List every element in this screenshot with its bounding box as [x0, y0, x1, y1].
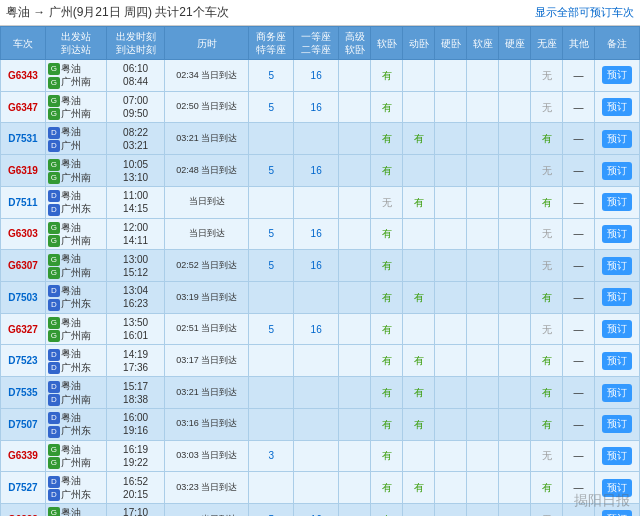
seat-qt: — [563, 91, 595, 123]
seat-tz [249, 282, 294, 314]
seat-yz [499, 186, 531, 218]
book-button[interactable]: 预订 [602, 162, 632, 180]
table-row: D7531 D粤油 D广州 08:2203:21 03:21 当日到达 有 有 … [1, 123, 640, 155]
book-button[interactable]: 预订 [602, 352, 632, 370]
seat-yw [435, 60, 467, 92]
seat-yw [435, 377, 467, 409]
col-train-num: 车次 [1, 27, 46, 60]
book-button[interactable]: 预订 [602, 66, 632, 84]
page-title: 粤油 → 广州(9月21日 周四) 共计21个车次 [6, 4, 229, 21]
book-button[interactable]: 预订 [602, 415, 632, 433]
train-duration: 当日到达 [164, 186, 249, 218]
col-duration: 历时 [164, 27, 249, 60]
seat-tz [249, 472, 294, 504]
book-button[interactable]: 预订 [602, 130, 632, 148]
seat-rw: 有 [371, 218, 403, 250]
book-button-cell[interactable]: 预订 [595, 60, 640, 92]
book-button-cell[interactable]: 预订 [595, 123, 640, 155]
col-tz: 商务座特等座 [249, 27, 294, 60]
book-button-cell[interactable]: 预订 [595, 282, 640, 314]
seat-yw [435, 472, 467, 504]
seat-rz [467, 250, 499, 282]
book-button-cell[interactable]: 预订 [595, 440, 640, 472]
seat-gj [339, 91, 371, 123]
show-all-link[interactable]: 显示全部可预订车次 [535, 5, 634, 20]
book-button-cell[interactable]: 预订 [595, 345, 640, 377]
train-duration: 03:21 当日到达 [164, 377, 249, 409]
station-names: G粤油 G广州南 [45, 313, 106, 345]
train-times: 14:1917:36 [107, 345, 165, 377]
seat-qt: — [563, 313, 595, 345]
seat-dw [403, 250, 435, 282]
seat-tz: 5 [249, 155, 294, 187]
book-button[interactable]: 预订 [602, 288, 632, 306]
seat-gj [339, 155, 371, 187]
col-gj: 高级软卧 [339, 27, 371, 60]
table-row: G6319 G粤油 G广州南 10:0513:10 02:48 当日到达 5 1… [1, 155, 640, 187]
table-row: G6339 G粤油 G广州南 16:1919:22 03:03 当日到达 3 有… [1, 440, 640, 472]
seat-gj [339, 313, 371, 345]
train-duration: 02:52 当日到达 [164, 250, 249, 282]
seat-yd12: 16 [294, 60, 339, 92]
seat-gj [339, 218, 371, 250]
book-button-cell[interactable]: 预订 [595, 155, 640, 187]
train-number: G6303 [1, 218, 46, 250]
seat-tz [249, 186, 294, 218]
seat-gj [339, 377, 371, 409]
seat-wz: 有 [531, 472, 563, 504]
book-button[interactable]: 预订 [602, 447, 632, 465]
book-button-cell[interactable]: 预订 [595, 377, 640, 409]
train-duration: 02:34 当日到达 [164, 60, 249, 92]
seat-gj [339, 123, 371, 155]
train-number: G6339 [1, 440, 46, 472]
book-button[interactable]: 预订 [602, 320, 632, 338]
seat-gj [339, 250, 371, 282]
seat-wz: 无 [531, 218, 563, 250]
book-button-cell[interactable]: 预订 [595, 91, 640, 123]
seat-rz [467, 186, 499, 218]
station-names: D粤油 D广州东 [45, 345, 106, 377]
book-button[interactable]: 预订 [602, 98, 632, 116]
seat-wz: 无 [531, 250, 563, 282]
table-row: D7503 D粤油 D广州东 13:0416:23 03:19 当日到达 有 有… [1, 282, 640, 314]
train-duration: 02:51 当日到达 [164, 313, 249, 345]
book-button-cell[interactable]: 预订 [595, 186, 640, 218]
book-button-cell[interactable]: 预订 [595, 218, 640, 250]
seat-yz [499, 91, 531, 123]
seat-dw: 有 [403, 123, 435, 155]
seat-qt: — [563, 377, 595, 409]
seat-gj [339, 472, 371, 504]
book-button[interactable]: 预订 [602, 225, 632, 243]
seat-wz: 无 [531, 313, 563, 345]
book-button[interactable]: 预订 [602, 384, 632, 402]
book-button-cell[interactable]: 预订 [595, 408, 640, 440]
col-dw: 动卧 [403, 27, 435, 60]
book-button[interactable]: 预订 [602, 193, 632, 211]
seat-yw [435, 345, 467, 377]
train-number: G6327 [1, 313, 46, 345]
book-button-cell[interactable]: 预订 [595, 313, 640, 345]
seat-yw [435, 504, 467, 516]
book-button[interactable]: 预订 [602, 257, 632, 275]
seat-tz [249, 345, 294, 377]
seat-yw [435, 123, 467, 155]
seat-gj [339, 60, 371, 92]
train-table-container: 车次 出发站到达站 出发时刻到达时刻 历时 商务座特等座 一等座二等座 高级软卧… [0, 26, 640, 516]
train-number: G6319 [1, 155, 46, 187]
train-number: D7523 [1, 345, 46, 377]
seat-yz [499, 345, 531, 377]
station-names: G粤油 G广州南 [45, 91, 106, 123]
train-number: D7531 [1, 123, 46, 155]
seat-yd12: 16 [294, 155, 339, 187]
seat-yd12: 16 [294, 218, 339, 250]
seat-yz [499, 377, 531, 409]
train-times: 13:0416:23 [107, 282, 165, 314]
book-button-cell[interactable]: 预订 [595, 250, 640, 282]
seat-yd12 [294, 282, 339, 314]
seat-gj [339, 440, 371, 472]
seat-wz: 有 [531, 408, 563, 440]
seat-tz: 5 [249, 91, 294, 123]
train-number: G6347 [1, 91, 46, 123]
book-button[interactable]: 预订 [602, 510, 632, 516]
table-row: D7507 D粤油 D广州东 16:0019:16 03:16 当日到达 有 有… [1, 408, 640, 440]
